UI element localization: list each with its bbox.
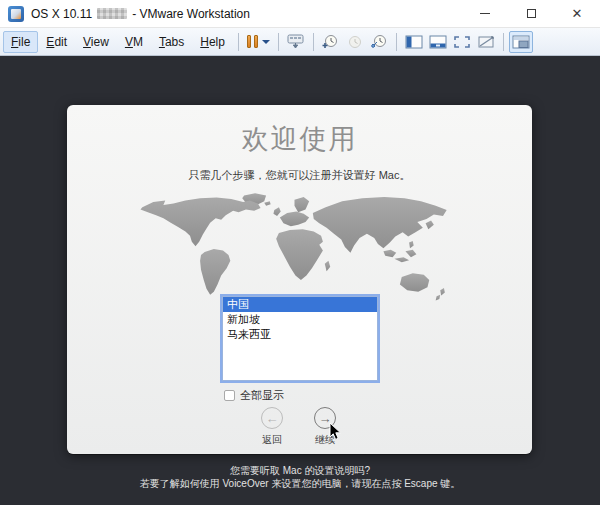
mouse-cursor <box>329 422 342 441</box>
toolbar-separator <box>238 33 239 51</box>
vmware-window: OS X 10.11- VMware Workstation ✕ File Ed… <box>0 0 600 505</box>
show-all-label: 全部显示 <box>240 388 284 403</box>
snapshot-manager-button[interactable] <box>367 31 391 53</box>
menu-file[interactable]: File <box>3 31 38 53</box>
toolbar-separator <box>503 33 504 51</box>
country-listbox[interactable]: 中国 新加坡 马来西亚 <box>222 296 378 381</box>
show-library-icon <box>405 35 423 49</box>
maximize-button[interactable] <box>508 0 554 27</box>
show-thumbnail-bar-button[interactable] <box>426 31 450 53</box>
close-button[interactable]: ✕ <box>554 0 600 27</box>
show-console-view-button[interactable] <box>509 31 533 53</box>
vmware-app-icon <box>8 6 24 22</box>
full-screen-button[interactable] <box>450 31 474 53</box>
pause-button[interactable] <box>244 31 273 53</box>
revert-snapshot-icon <box>346 34 363 50</box>
revert-snapshot-button <box>343 31 367 53</box>
toolbar-separator <box>278 33 279 51</box>
unity-mode-icon <box>477 35 495 49</box>
voiceover-line2: 若要了解如何使用 VoiceOver 来设置您的电脑，请现在点按 Escape … <box>0 477 600 490</box>
send-ctrl-alt-del-icon <box>287 34 304 49</box>
toolbar-separator <box>396 33 397 51</box>
back-arrow-icon[interactable]: ← <box>261 407 283 429</box>
show-library-button[interactable] <box>402 31 426 53</box>
menu-edit[interactable]: Edit <box>38 31 75 53</box>
unity-mode-button[interactable] <box>474 31 498 53</box>
send-ctrl-alt-del-button[interactable] <box>284 31 308 53</box>
minimize-button[interactable] <box>462 0 508 27</box>
list-item[interactable]: 中国 <box>223 297 377 312</box>
show-all-checkbox[interactable] <box>224 390 235 401</box>
back-label: 返回 <box>250 433 294 447</box>
world-map <box>135 191 465 305</box>
pause-icon <box>247 35 258 48</box>
show-console-view-icon <box>512 35 530 49</box>
page-title: 欢迎使用 <box>67 121 532 157</box>
chevron-down-icon <box>262 40 270 44</box>
snapshot-manager-icon <box>370 34 388 50</box>
window-title-suffix: - VMware Workstation <box>132 7 250 21</box>
window-title: OS X 10.11- VMware Workstation <box>31 7 250 21</box>
titlebar: OS X 10.11- VMware Workstation ✕ <box>0 0 600 28</box>
list-item[interactable]: 新加坡 <box>223 312 377 327</box>
take-snapshot-button[interactable] <box>319 31 343 53</box>
menu-help[interactable]: Help <box>192 31 233 53</box>
back-button[interactable]: ← 返回 <box>250 407 294 447</box>
title-redacted-blur <box>97 8 127 19</box>
page-subtitle: 只需几个步骤，您就可以注册并设置好 Mac。 <box>67 168 532 183</box>
minimize-icon <box>480 13 490 14</box>
menu-vm[interactable]: VM <box>117 31 151 53</box>
menubar: File Edit View VM Tabs Help <box>0 28 600 56</box>
list-item[interactable]: 马来西亚 <box>223 327 377 342</box>
maximize-icon <box>527 9 536 18</box>
vm-console[interactable]: 欢迎使用 只需几个步骤，您就可以注册并设置好 Mac。 <box>0 56 600 505</box>
setup-panel: 欢迎使用 只需几个步骤，您就可以注册并设置好 Mac。 <box>67 105 532 454</box>
window-controls: ✕ <box>462 0 600 27</box>
menu-tabs[interactable]: Tabs <box>151 31 192 53</box>
show-thumbnail-bar-icon <box>429 35 447 49</box>
full-screen-icon <box>453 35 471 49</box>
show-all-row: 全部显示 <box>224 388 284 403</box>
voiceover-line1: 您需要听取 Mac 的设置说明吗? <box>0 464 600 477</box>
take-snapshot-icon <box>322 34 339 50</box>
toolbar-separator <box>313 33 314 51</box>
menu-view[interactable]: View <box>75 31 117 53</box>
window-title-prefix: OS X 10.11 <box>31 7 92 21</box>
voiceover-hint: 您需要听取 Mac 的设置说明吗? 若要了解如何使用 VoiceOver 来设置… <box>0 464 600 490</box>
